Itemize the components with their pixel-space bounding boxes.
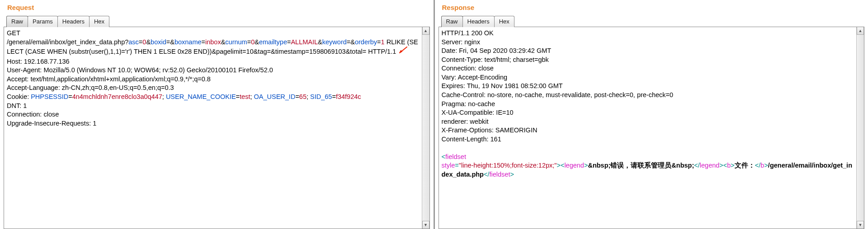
resp-header: Server: nginx xyxy=(442,38,480,46)
scroll-down-icon[interactable]: ▼ xyxy=(422,221,429,229)
request-tabs: Raw Params Headers Hex xyxy=(4,16,430,27)
resp-header: X-UA-Compatible: IE=10 xyxy=(442,109,514,116)
cookie-val: f34f924c xyxy=(336,93,361,100)
resp-header: X-Frame-Options: SAMEORIGIN xyxy=(442,126,538,134)
tab-params[interactable]: Params xyxy=(28,16,58,27)
param-key: orderby xyxy=(355,38,377,46)
resp-header: Content-Length: 161 xyxy=(442,136,501,143)
tab-hex[interactable]: Hex xyxy=(494,16,514,27)
tab-hex[interactable]: Hex xyxy=(89,16,109,27)
header-cookie-label: Cookie: xyxy=(7,93,31,100)
html-tag: fieldset xyxy=(445,153,466,160)
request-title: Request xyxy=(4,2,430,16)
header-accept: Accept: text/html,application/xhtml+xml,… xyxy=(7,75,211,83)
html-bracket: < xyxy=(694,162,698,169)
resp-header: Content-Type: text/html; charset=gbk xyxy=(442,56,549,63)
html-attr: style xyxy=(442,162,455,169)
param-key: boxid xyxy=(151,38,166,46)
cookie-key: USER_NAME_COOKIE xyxy=(166,93,236,100)
param-key: keyword xyxy=(322,38,347,46)
html-bracket: > xyxy=(557,162,560,169)
param-key: emailtype xyxy=(259,38,287,46)
response-panel: Response Raw Headers Hex HTTP/1.1 200 OK… xyxy=(435,0,868,229)
html-bracket: > xyxy=(731,162,734,169)
html-tag: fieldset xyxy=(489,171,510,178)
scroll-up-icon[interactable]: ▲ xyxy=(422,27,429,35)
header-ua: User-Agent: Mozilla/5.0 (Windows NT 10.0… xyxy=(7,66,273,74)
resp-header: Date: Fri, 04 Sep 2020 03:29:42 GMT xyxy=(442,47,552,54)
html-bracket: < xyxy=(755,162,759,169)
scroll-up-icon[interactable]: ▲ xyxy=(857,27,864,35)
html-bracket: > xyxy=(719,162,723,169)
html-bracket: < xyxy=(723,162,727,169)
param-key: curnum xyxy=(225,38,247,46)
scroll-down-icon[interactable]: ▼ xyxy=(857,221,864,229)
param-key: asc xyxy=(128,38,139,46)
http-method: GET xyxy=(7,29,20,37)
cookie-val: 4n4mchldnh7enre8clo3a0q447 xyxy=(72,93,162,100)
tab-headers[interactable]: Headers xyxy=(57,16,90,27)
request-path: /general/email/inbox/get_index_data.php? xyxy=(7,38,128,46)
request-panel: Request Raw Params Headers Hex GET /gene… xyxy=(0,0,435,229)
cookie-key: OA_USER_ID xyxy=(254,93,296,100)
html-text: &nbsp;错误，请联系管理员&nbsp; xyxy=(588,162,694,169)
html-bracket: < xyxy=(442,153,445,160)
response-title: Response xyxy=(439,2,865,16)
tab-raw[interactable]: Raw xyxy=(441,16,463,27)
header-conn: Connection: close xyxy=(7,111,59,118)
resp-header: Expires: Thu, 19 Nov 1981 08:52:00 GMT xyxy=(442,82,563,89)
response-scrollbar[interactable]: ▲ ▼ xyxy=(856,27,864,229)
tab-raw[interactable]: Raw xyxy=(6,16,28,27)
response-raw-content[interactable]: HTTP/1.1 200 OK Server: nginx Date: Fri,… xyxy=(439,27,857,229)
resp-header: renderer: webkit xyxy=(442,118,489,125)
tab-headers[interactable]: Headers xyxy=(462,16,495,27)
resp-header: Vary: Accept-Encoding xyxy=(442,74,508,81)
param-val: inbox xyxy=(205,38,221,46)
html-eq: = xyxy=(455,162,458,169)
html-bracket: > xyxy=(510,171,514,178)
param-val: 1 xyxy=(381,38,385,46)
header-dnt: DNT: 1 xyxy=(7,102,27,109)
html-bracket: > xyxy=(764,162,768,169)
param-val: ALLMAIL xyxy=(291,38,318,46)
header-uir: Upgrade-Insecure-Requests: 1 xyxy=(7,120,96,127)
request-raw-content[interactable]: GET /general/email/inbox/get_index_data.… xyxy=(4,27,422,229)
param-key: boxname xyxy=(175,38,202,46)
html-text: 文件： xyxy=(735,162,755,169)
html-tag: legend xyxy=(564,162,584,169)
resp-header: Connection: close xyxy=(442,65,494,72)
response-tabs: Raw Headers Hex xyxy=(439,16,865,27)
request-scrollbar[interactable]: ▲ ▼ xyxy=(422,27,429,229)
annotation-arrow-icon xyxy=(398,47,408,57)
header-acclang: Accept-Language: zh-CN,zh;q=0.8,en-US;q=… xyxy=(7,84,174,91)
resp-header: Cache-Control: no-store, no-cache, must-… xyxy=(442,91,674,98)
cookie-key: SID_65 xyxy=(310,93,332,100)
resp-header: Pragma: no-cache xyxy=(442,100,495,107)
html-attr-val: "line-height:150%;font-size:12px;" xyxy=(459,162,557,169)
http-status: HTTP/1.1 200 OK xyxy=(442,29,494,37)
cookie-val: 65 xyxy=(299,93,307,100)
header-host: Host: 192.168.77.136 xyxy=(7,58,70,65)
cookie-key: PHPSESSID xyxy=(31,93,68,100)
html-tag: legend xyxy=(700,162,720,169)
cookie-val: test xyxy=(240,93,250,100)
